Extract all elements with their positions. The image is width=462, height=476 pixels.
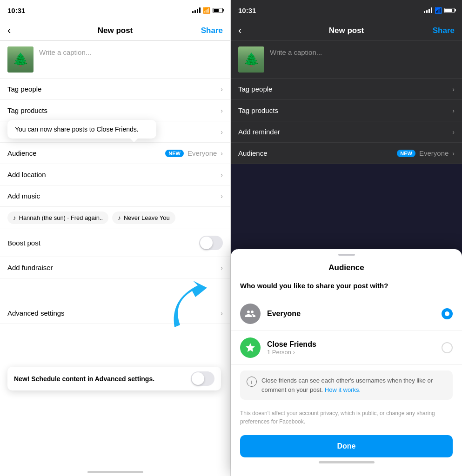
close-friends-radio[interactable] xyxy=(442,342,453,353)
everyone-icon xyxy=(240,304,261,324)
add-music-label: Add music xyxy=(7,192,40,200)
sheet-title: Audience xyxy=(231,263,462,276)
chevron-icon-location: › xyxy=(221,171,223,178)
music-pill-text-2: Never Leave You xyxy=(124,214,170,221)
right-chevron-audience: › xyxy=(452,150,455,157)
boost-post-label: Boost post xyxy=(7,239,40,247)
right-chevron-tag-people: › xyxy=(452,86,455,93)
close-friends-text: Close Friends 1 Person › xyxy=(267,340,435,356)
sheet-handle xyxy=(338,254,355,256)
right-audience[interactable]: Audience NEW Everyone › xyxy=(231,143,462,164)
advanced-settings-label: Advanced settings xyxy=(7,309,65,317)
everyone-radio[interactable] xyxy=(442,308,453,319)
audience-option-close-friends[interactable]: Close Friends 1 Person › xyxy=(231,331,462,365)
audience-bottom-sheet: Audience Who would you like to share you… xyxy=(231,249,462,476)
schedule-tooltip: New! Schedule content in Advanced settin… xyxy=(7,367,221,390)
home-indicator-left xyxy=(0,462,230,476)
audience-option-everyone[interactable]: Everyone xyxy=(231,297,462,331)
audience-right: NEW Everyone › xyxy=(165,149,223,157)
right-add-reminder[interactable]: Add reminder › xyxy=(231,121,462,143)
caption-input-left[interactable]: Write a caption... xyxy=(39,46,91,56)
right-chevron-reminder: › xyxy=(452,128,455,136)
status-icons-left: 📶 xyxy=(192,7,223,14)
music-pill-2[interactable]: ♪ Never Leave You xyxy=(112,212,175,224)
share-button-left[interactable]: Share xyxy=(201,26,223,35)
chevron-icon-audience: › xyxy=(221,150,223,157)
how-it-works-link[interactable]: How it works. xyxy=(325,386,361,393)
caption-row-left: Write a caption... xyxy=(0,41,230,79)
chevron-icon-advanced: › xyxy=(221,310,223,317)
sheet-question: Who would you like to share your post wi… xyxy=(231,276,462,297)
new-badge: NEW xyxy=(165,150,184,157)
status-time-right: 10:31 xyxy=(238,7,256,14)
right-tag-people[interactable]: Tag people › xyxy=(231,79,462,100)
right-audience-right: NEW Everyone › xyxy=(397,149,455,157)
chevron-icon-tag-products: › xyxy=(221,107,223,114)
list-section-left: Tag people › Tag products › Add reminder… xyxy=(0,79,230,462)
boost-toggle[interactable] xyxy=(199,236,223,250)
right-panel: 10:31 📶 ‹ New post Share Write a caption… xyxy=(231,0,462,476)
battery-icon-right xyxy=(444,8,455,13)
add-location-label: Add location xyxy=(7,171,46,178)
tag-products-label: Tag products xyxy=(7,106,47,114)
list-section-right: Tag people › Tag products › Add reminder… xyxy=(231,79,462,164)
music-pill-text-1: Hannah (the sun) · Fred again.. xyxy=(19,214,103,221)
nav-bar-right: ‹ New post Share xyxy=(231,20,462,41)
right-tag-products[interactable]: Tag products › xyxy=(231,100,462,121)
chevron-icon-music: › xyxy=(221,192,223,200)
list-item-boost-post[interactable]: Boost post xyxy=(0,229,230,257)
right-tag-products-label: Tag products xyxy=(238,106,278,114)
right-tag-people-label: Tag people xyxy=(238,85,272,93)
done-button[interactable]: Done xyxy=(240,435,453,457)
right-new-badge: NEW xyxy=(397,150,415,157)
right-add-reminder-label: Add reminder xyxy=(238,128,280,136)
info-icon: i xyxy=(247,377,257,387)
blue-arrow xyxy=(161,271,221,332)
music-pills-row: ♪ Hannah (the sun) · Fred again.. ♪ Neve… xyxy=(0,207,230,229)
status-bar-right: 10:31 📶 xyxy=(231,0,462,20)
close-friends-sub: 1 Person › xyxy=(267,349,435,356)
tag-people-label: Tag people xyxy=(7,85,41,93)
music-pill-1[interactable]: ♪ Hannah (the sun) · Fred again.. xyxy=(7,212,108,224)
wifi-icon-right: 📶 xyxy=(435,7,442,14)
status-bar-left: 10:31 📶 xyxy=(0,0,230,20)
schedule-toggle[interactable] xyxy=(191,371,214,386)
everyone-name: Everyone xyxy=(267,310,435,318)
wifi-icon-left: 📶 xyxy=(203,7,210,14)
home-bar-left xyxy=(87,471,143,473)
chevron-icon-tag-people: › xyxy=(221,86,223,93)
everyone-option-text: Everyone xyxy=(267,310,435,318)
close-friends-name: Close Friends xyxy=(267,340,435,349)
chevron-icon-fundraiser: › xyxy=(221,264,223,271)
music-note-icon-1: ♪ xyxy=(13,214,16,221)
list-item-tag-products[interactable]: Tag products › xyxy=(0,100,230,121)
caption-input-right[interactable]: Write a caption... xyxy=(270,46,322,56)
list-item-add-location[interactable]: Add location › xyxy=(0,164,230,185)
right-audience-label: Audience xyxy=(238,149,268,157)
signal-icon-left xyxy=(192,7,201,13)
info-text: Close friends can see each other's usern… xyxy=(261,376,446,394)
post-thumbnail-right xyxy=(238,46,264,73)
close-friends-icon xyxy=(240,337,261,358)
list-item-add-music[interactable]: Add music › xyxy=(0,185,230,207)
right-audience-value: Everyone xyxy=(419,149,449,157)
nav-title-right: New post xyxy=(329,26,364,35)
list-item-tag-people[interactable]: Tag people › xyxy=(0,79,230,100)
add-fundraiser-label: Add fundraiser xyxy=(7,264,53,271)
audience-label: Audience xyxy=(7,149,37,157)
left-panel: 10:31 📶 ‹ New post Share Write a caption… xyxy=(0,0,231,476)
status-time-left: 10:31 xyxy=(7,7,25,14)
nav-title-left: New post xyxy=(98,26,133,35)
caption-row-right: Write a caption... xyxy=(231,41,462,79)
share-button-right[interactable]: Share xyxy=(433,26,455,35)
home-indicator-right xyxy=(231,457,462,467)
post-thumbnail-left xyxy=(7,46,33,73)
music-note-icon-2: ♪ xyxy=(118,214,121,221)
back-button-left[interactable]: ‹ xyxy=(7,25,11,37)
list-item-audience[interactable]: Audience NEW Everyone › xyxy=(0,143,230,164)
info-box: i Close friends can see each other's use… xyxy=(240,370,453,400)
back-button-right[interactable]: ‹ xyxy=(238,25,241,37)
tooltip-text: You can now share posts to Close Friends… xyxy=(15,126,139,133)
battery-icon-left xyxy=(213,8,223,13)
signal-icon-right xyxy=(424,7,432,13)
